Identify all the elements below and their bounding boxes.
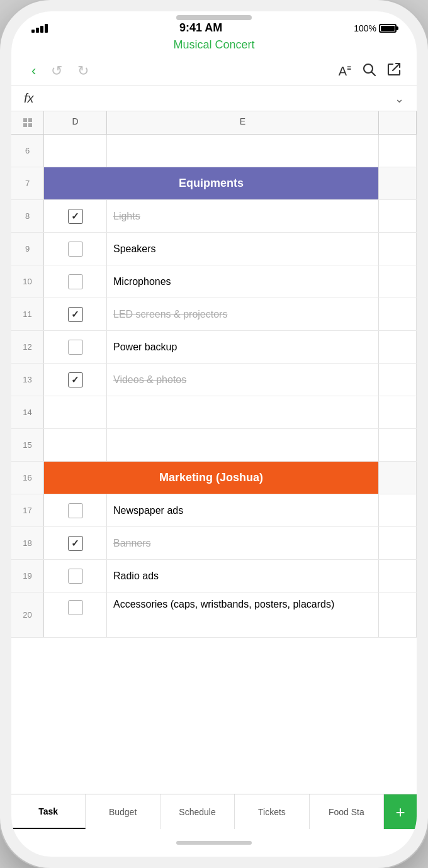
- cell-12e[interactable]: Power backup: [107, 331, 379, 363]
- tab-schedule[interactable]: Schedule: [160, 794, 235, 829]
- cell-17extra[interactable]: [379, 494, 417, 526]
- cell-18extra[interactable]: [379, 527, 417, 559]
- redo-button[interactable]: ↻: [72, 60, 94, 82]
- cell-10e[interactable]: Microphones: [107, 265, 379, 298]
- row-number: 19: [11, 560, 44, 592]
- undo-icon: ↺: [51, 63, 62, 79]
- svg-rect-4: [23, 123, 27, 127]
- checkbox-11[interactable]: ✓: [68, 307, 83, 322]
- cell-16extra[interactable]: [379, 462, 417, 494]
- cell-20d[interactable]: [44, 593, 107, 637]
- checkbox-9[interactable]: [68, 242, 83, 257]
- column-headers: D E: [11, 111, 417, 135]
- table-row: 18 ✓ Banners: [11, 527, 417, 560]
- checkbox-8[interactable]: ✓: [68, 209, 83, 224]
- cell-7extra[interactable]: [379, 167, 417, 199]
- cell-13e[interactable]: Videos & photos: [107, 364, 379, 396]
- row-number: 9: [11, 233, 44, 265]
- cell-10extra[interactable]: [379, 265, 417, 298]
- search-icon[interactable]: [361, 62, 376, 81]
- signal-bar-3: [40, 26, 43, 33]
- tab-label: Budget: [109, 807, 137, 817]
- cell-19d[interactable]: [44, 560, 107, 592]
- cell-18d[interactable]: ✓: [44, 527, 107, 559]
- checkbox-13[interactable]: ✓: [68, 372, 83, 387]
- cell-12d[interactable]: [44, 331, 107, 363]
- cell-17d[interactable]: [44, 494, 107, 526]
- cell-19extra[interactable]: [379, 560, 417, 592]
- cell-6extra[interactable]: [379, 135, 417, 167]
- checkbox-10[interactable]: [68, 274, 83, 289]
- cell-14d[interactable]: [44, 396, 107, 428]
- cell-9extra[interactable]: [379, 233, 417, 265]
- cell-text: Speakers: [113, 243, 156, 255]
- battery-percent: 100%: [354, 23, 376, 33]
- section-header-equipments[interactable]: Equipments: [44, 167, 379, 199]
- font-size-icon[interactable]: A≡: [339, 64, 351, 79]
- table-row: 11 ✓ LED screens & projectors: [11, 298, 417, 331]
- cell-13d[interactable]: ✓: [44, 364, 107, 396]
- cell-13extra[interactable]: [379, 364, 417, 396]
- checkbox-17[interactable]: [68, 503, 83, 518]
- tab-food-sta[interactable]: Food Sta: [310, 794, 384, 829]
- cell-18e[interactable]: Banners: [107, 527, 379, 559]
- toolbar-right: A≡: [339, 62, 402, 81]
- formula-bar: fx ⌄: [11, 86, 417, 111]
- cell-12extra[interactable]: [379, 331, 417, 363]
- cell-14extra[interactable]: [379, 396, 417, 428]
- cell-8extra[interactable]: [379, 200, 417, 232]
- signal-bars: [31, 24, 48, 33]
- cell-17e[interactable]: Newspaper ads: [107, 494, 379, 526]
- cell-15e[interactable]: [107, 429, 379, 461]
- checkbox-12[interactable]: [68, 340, 83, 355]
- checkbox-18[interactable]: ✓: [68, 536, 83, 551]
- cell-9e[interactable]: Speakers: [107, 233, 379, 265]
- signal-bar-4: [45, 24, 48, 33]
- cell-10d[interactable]: [44, 265, 107, 298]
- toolbar: ‹ ↺ ↻ A≡: [11, 57, 417, 86]
- row-number: 8: [11, 200, 44, 232]
- row-number: 16: [11, 462, 44, 494]
- signal-bar-2: [36, 28, 39, 33]
- cell-11e[interactable]: LED screens & projectors: [107, 298, 379, 330]
- cell-11d[interactable]: ✓: [44, 298, 107, 330]
- phone-frame: 9:41 AM 100% Musical Concert ‹ ↺ ↻: [0, 0, 428, 868]
- tab-budget[interactable]: Budget: [86, 794, 160, 829]
- cell-15d[interactable]: [44, 429, 107, 461]
- section-header-marketing[interactable]: Marketing (Joshua): [44, 462, 379, 494]
- undo-button[interactable]: ↺: [46, 60, 67, 82]
- tab-task[interactable]: Task: [11, 794, 86, 829]
- cell-8d[interactable]: ✓: [44, 200, 107, 232]
- tab-label: Schedule: [179, 807, 215, 817]
- tab-label: Task: [38, 806, 58, 816]
- section-header-label: Equipments: [44, 177, 378, 190]
- checkbox-20[interactable]: [68, 600, 83, 615]
- cell-11extra[interactable]: [379, 298, 417, 330]
- add-tab-button[interactable]: +: [384, 794, 417, 829]
- checkmark-icon: ✓: [71, 211, 79, 222]
- table-row: 16 Marketing (Joshua): [11, 462, 417, 494]
- col-header-extra: [379, 111, 417, 134]
- checkmark-icon: ✓: [71, 538, 79, 549]
- checkbox-19[interactable]: [68, 569, 83, 584]
- cell-6e[interactable]: [107, 135, 379, 167]
- back-button[interactable]: ‹: [26, 60, 41, 82]
- cell-15extra[interactable]: [379, 429, 417, 461]
- cell-text: Newspaper ads: [113, 505, 183, 516]
- svg-line-1: [372, 72, 376, 76]
- share-icon[interactable]: [386, 62, 402, 81]
- cell-19e[interactable]: Radio ads: [107, 560, 379, 592]
- cell-14e[interactable]: [107, 396, 379, 428]
- table-row: 13 ✓ Videos & photos: [11, 364, 417, 396]
- row-number: 18: [11, 527, 44, 559]
- cell-6d[interactable]: [44, 135, 107, 167]
- cell-9d[interactable]: [44, 233, 107, 265]
- formula-chevron[interactable]: ⌄: [395, 92, 404, 106]
- tab-tickets[interactable]: Tickets: [235, 794, 309, 829]
- cell-20extra[interactable]: [379, 593, 417, 637]
- cell-20e[interactable]: Accessories (caps, wristbands, posters, …: [107, 593, 379, 637]
- table-row: 8 ✓ Lights: [11, 200, 417, 233]
- battery-fill: [381, 26, 395, 31]
- cell-text: Power backup: [113, 342, 177, 353]
- cell-8e[interactable]: Lights: [107, 200, 379, 232]
